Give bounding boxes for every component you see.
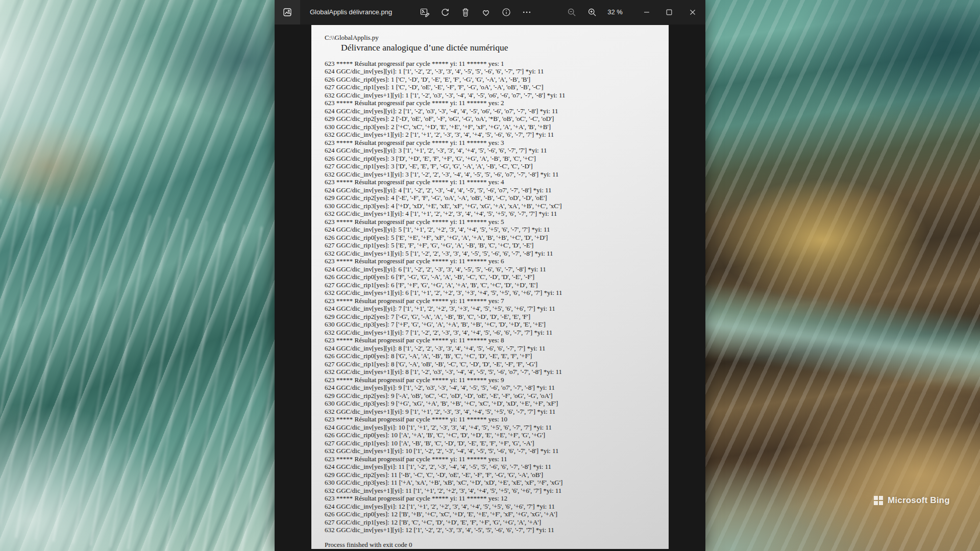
console-line: 632 GGC/dic_inv[yes+1][yi]: 6 ['1', '+1'… — [325, 289, 669, 297]
console-line: 623 ***** Résultat progressif par cycle … — [325, 494, 669, 503]
wallpaper-right-region — [699, 0, 980, 551]
console-line: 623 ***** Résultat progressif par cycle … — [325, 218, 669, 226]
console-line: 629 GGC/dic_rip2[yes]: 7 ['-G', 'G', '-A… — [325, 313, 669, 321]
console-line: 623 ***** Résultat progressif par cycle … — [325, 336, 669, 344]
photos-app-window: GlobalApplis délivrance.png — [275, 0, 705, 551]
edit-image-icon — [420, 7, 430, 17]
console-line: 624 GGC/dic_inv[yes][yi]: 10 ['1', '+1',… — [325, 423, 669, 432]
console-line: 627 GGC/dic_rip1[yes]: 8 ['G', '-A', 'oB… — [325, 360, 669, 368]
maximize-button[interactable] — [658, 0, 680, 24]
console-line: 626 GGC/dic_rip0[yes]: 8 ['G', '-A', 'A'… — [325, 352, 669, 360]
console-line: 627 GGC/dic_rip1[yes]: 3 ['D', '-E', 'E'… — [325, 162, 669, 170]
zoom-out-icon — [567, 7, 577, 17]
console-line: 624 GGC/dic_inv[yes][yi]: 11 ['1', '-2',… — [325, 463, 669, 471]
minimize-icon — [642, 7, 652, 17]
console-line: 632 GGC/dic_inv[yes+1][yi]: 1 ['1', '-2'… — [325, 91, 669, 99]
console-path-line: C:\\GlobalApplis.py — [325, 34, 669, 42]
console-line: 624 GGC/dic_inv[yes][yi]: 8 ['1', '-2', … — [325, 344, 669, 353]
console-line: 630 GGC/dic_rip3[yes]: 2 ['+C', 'xC', '+… — [325, 123, 669, 131]
console-line: 623 ***** Résultat progressif par cycle … — [325, 60, 669, 68]
console-line: 624 GGC/dic_inv[yes][yi]: 9 ['1', '-2', … — [325, 384, 669, 392]
console-line: 632 GGC/dic_inv[yes+1][yi]: 8 ['1', '-2'… — [325, 368, 669, 376]
zoom-in-icon — [587, 7, 597, 17]
console-line: 623 ***** Résultat progressif par cycle … — [325, 99, 669, 107]
console-line: 629 GGC/dic_rip2[yes]: 2 ['-D', 'oE', 'o… — [325, 115, 669, 123]
console-line: 624 GGC/dic_inv[yes][yi]: 7 ['1', '+1', … — [325, 305, 669, 313]
console-line: 624 GGC/dic_inv[yes][yi]: 6 ['1', '-2', … — [325, 265, 669, 273]
console-line: 626 GGC/dic_rip0[yes]: 12 ['B', '+B', '+… — [325, 510, 669, 518]
console-line: 623 ***** Résultat progressif par cycle … — [325, 178, 669, 186]
trash-icon — [460, 7, 471, 17]
console-line: 629 GGC/dic_rip2[yes]: 11 ['-B', '-C', '… — [325, 471, 669, 479]
console-line: 632 GGC/dic_inv[yes+1][yi]: 7 ['1', '-2'… — [325, 329, 669, 337]
microsoft-logo-icon — [874, 496, 883, 505]
console-line: 623 ***** Résultat progressif par cycle … — [325, 297, 669, 305]
console-line: 626 GGC/dic_rip0[yes]: 6 ['F', '-G', 'G'… — [325, 273, 669, 281]
console-line: 630 GGC/dic_rip3[yes]: 11 ['+A', 'xA', '… — [325, 479, 669, 487]
console-line: 624 GGC/dic_inv[yes][yi]: 12 ['1', '+1',… — [325, 503, 669, 511]
console-line: 632 GGC/dic_inv[yes+1][yi]: 3 ['1', '-2'… — [325, 170, 669, 179]
rotate-icon — [440, 7, 450, 17]
console-line: 623 ***** Résultat progressif par cycle … — [325, 257, 669, 265]
favorite-button[interactable] — [476, 0, 496, 24]
minimize-button[interactable] — [635, 0, 658, 24]
console-line: 626 GGC/dic_rip0[yes]: 3 ['D', '+D', 'E'… — [325, 155, 669, 163]
console-line: 627 GGC/dic_rip1[yes]: 6 ['F', '+F', 'G'… — [325, 281, 669, 289]
console-line: 624 GGC/dic_inv[yes][yi]: 1 ['1', '-2', … — [325, 67, 669, 76]
console-line: 624 GGC/dic_inv[yes][yi]: 5 ['1', '+1', … — [325, 226, 669, 234]
console-line: 624 GGC/dic_inv[yes][yi]: 4 ['1', '-2', … — [325, 186, 669, 194]
console-line: 626 GGC/dic_rip0[yes]: 1 ['C', '-D', 'D'… — [325, 76, 669, 84]
window-title: GlobalApplis délivrance.png — [310, 0, 392, 24]
console-line: 630 GGC/dic_rip3[yes]: 4 ['+D', 'xD', '+… — [325, 202, 669, 210]
console-line: 632 GGC/dic_inv[yes+1][yi]: 4 ['1', '+1'… — [325, 210, 669, 218]
console-line: 624 GGC/dic_inv[yes][yi]: 2 ['1', '-2', … — [325, 107, 669, 115]
bing-watermark-text: Microsoft Bing — [888, 495, 950, 506]
console-line: 629 GGC/dic_rip2[yes]: 4 ['-E', '-F', 'F… — [325, 194, 669, 202]
close-icon — [688, 7, 698, 17]
console-line: 627 GGC/dic_rip1[yes]: 1 ['C', '-D', 'oE… — [325, 83, 669, 91]
wallpaper-left-region — [0, 0, 286, 551]
bing-watermark: Microsoft Bing — [874, 495, 950, 506]
rotate-button[interactable] — [435, 0, 455, 24]
close-button[interactable] — [681, 0, 704, 24]
console-line: 624 GGC/dic_inv[yes][yi]: 3 ['1', '+1', … — [325, 146, 669, 155]
console-line: 627 GGC/dic_rip1[yes]: 10 ['A', '-B', 'B… — [325, 439, 669, 447]
info-button[interactable] — [496, 0, 517, 24]
river-streaks-texture — [0, 199, 286, 551]
console-line: 623 ***** Résultat progressif par cycle … — [325, 376, 669, 384]
delete-button[interactable] — [455, 0, 476, 24]
console-line: 630 GGC/dic_rip3[yes]: 9 ['+G', 'xG', '+… — [325, 399, 669, 408]
photos-app-icon — [282, 7, 292, 17]
photo-viewer-canvas[interactable]: C:\\GlobalApplis.py Délivrance analogiqu… — [275, 24, 705, 551]
console-line: 623 ***** Résultat progressif par cycle … — [325, 415, 669, 423]
console-line: 627 GGC/dic_rip1[yes]: 5 ['E', 'F', '+F'… — [325, 241, 669, 249]
zoom-level-label: 32 % — [598, 0, 632, 24]
console-line: 632 GGC/dic_inv[yes+1][yi]: 5 ['1', '-2'… — [325, 249, 669, 258]
console-line: 626 GGC/dic_rip0[yes]: 5 ['E', '+E', '+F… — [325, 234, 669, 242]
app-icon-button[interactable] — [275, 0, 300, 24]
document-heading: Délivrance analogique d’une dictée numér… — [325, 42, 669, 53]
zoom-out-button[interactable] — [561, 0, 582, 24]
console-line: 626 GGC/dic_rip0[yes]: 10 ['A', '+A', 'B… — [325, 431, 669, 439]
see-more-button[interactable] — [517, 0, 537, 24]
console-line: 632 GGC/dic_inv[yes+1][yi]: 11 ['1', '+1… — [325, 487, 669, 495]
console-line: 623 ***** Résultat progressif par cycle … — [325, 455, 669, 463]
edit-image-button[interactable] — [414, 0, 435, 24]
titlebar[interactable]: GlobalApplis délivrance.png — [275, 0, 705, 24]
process-exit-line: Process finished with exit code 0 — [325, 541, 669, 549]
photo-content-page: C:\\GlobalApplis.py Délivrance analogiqu… — [311, 25, 669, 549]
console-line: 632 GGC/dic_inv[yes+1][yi]: 12 ['1', '-2… — [325, 526, 669, 534]
console-line: 632 GGC/dic_inv[yes+1][yi]: 10 ['1', '-2… — [325, 447, 669, 455]
console-line: 630 GGC/dic_rip3[yes]: 7 ['+F', 'G', '+G… — [325, 320, 669, 329]
ellipsis-icon — [522, 7, 532, 17]
info-icon — [501, 7, 511, 17]
console-line: 632 GGC/dic_inv[yes+1][yi]: 2 ['1', '+1'… — [325, 131, 669, 139]
heart-icon — [481, 7, 491, 17]
console-line: 629 GGC/dic_rip2[yes]: 9 ['-A', 'oB', 'o… — [325, 392, 669, 400]
console-line: 632 GGC/dic_inv[yes+1][yi]: 9 ['1', '+1'… — [325, 408, 669, 416]
console-line: 623 ***** Résultat progressif par cycle … — [325, 139, 669, 147]
console-line: 627 GGC/dic_rip1[yes]: 12 ['B', 'C', '+C… — [325, 518, 669, 527]
maximize-icon — [664, 7, 674, 17]
console-output: 623 ***** Résultat progressif par cycle … — [325, 60, 669, 534]
